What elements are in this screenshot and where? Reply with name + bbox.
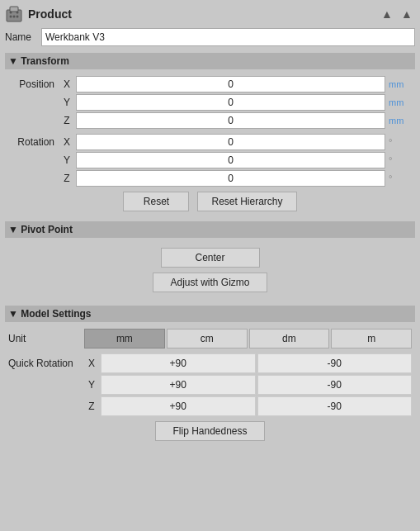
rot-y-unit: ° — [387, 155, 412, 165]
rotation-grid: Rotation X ° Y ° Z ° — [8, 134, 412, 187]
qr-z-pos-button[interactable]: +90 — [101, 396, 256, 416]
unit-row: Unit mm cm dm m — [8, 329, 412, 348]
quick-rotation-grid: Quick Rotation X +90 -90 Y +90 -90 Z +90… — [8, 353, 412, 416]
main-panel: Product ▲ ▲ Name ▼ Transform Position X … — [0, 0, 420, 456]
transform-section-header[interactable]: ▼ Transform — [5, 53, 415, 69]
reset-buttons-row: Reset Reset Hierarchy — [8, 192, 412, 211]
flip-row: Flip Handedness — [8, 421, 412, 441]
position-grid: Position X mm Y mm Z mm — [8, 76, 412, 129]
adjust-gizmo-button[interactable]: Adjust with Gizmo — [153, 273, 267, 292]
position-x-input[interactable] — [76, 76, 385, 92]
name-input[interactable] — [41, 28, 415, 46]
rotation-x-input[interactable] — [76, 134, 385, 150]
pos-z-axis: Z — [59, 115, 74, 126]
quick-rotation-label: Quick Rotation — [8, 358, 83, 369]
flip-handedness-button[interactable]: Flip Handedness — [155, 421, 264, 441]
qr-z-neg-button[interactable]: -90 — [257, 396, 413, 416]
position-label: Position — [8, 78, 58, 90]
rotation-label: Rotation — [8, 136, 58, 148]
qr-x-neg-button[interactable]: -90 — [257, 353, 413, 373]
rotation-z-input[interactable] — [76, 170, 385, 187]
center-button[interactable]: Center — [161, 248, 260, 268]
qr-x-pos-button[interactable]: +90 — [101, 353, 256, 373]
unit-mm-button[interactable]: mm — [84, 329, 165, 348]
pivot-buttons: Center Adjust with Gizmo — [8, 244, 412, 296]
up-icon[interactable]: ▲ — [379, 6, 395, 22]
product-icon — [5, 5, 23, 23]
rot-z-axis: Z — [59, 173, 74, 184]
up2-icon[interactable]: ▲ — [399, 6, 415, 22]
qr-y-neg-button[interactable]: -90 — [257, 375, 413, 395]
model-settings-label: ▼ Model Settings — [8, 308, 92, 320]
svg-point-2 — [10, 12, 12, 14]
model-settings-content: Unit mm cm dm m Quick Rotation X +90 -90… — [5, 327, 415, 446]
pivot-section-content: Center Adjust with Gizmo — [5, 243, 415, 301]
qr-y-pos-button[interactable]: +90 — [101, 375, 256, 395]
rot-x-axis: X — [59, 136, 74, 148]
qr-y-axis: Y — [84, 379, 99, 391]
svg-point-6 — [13, 16, 16, 18]
panel-header-left: Product — [5, 5, 72, 23]
svg-rect-1 — [10, 7, 18, 12]
qr-x-axis: X — [84, 358, 99, 369]
transform-section-label: ▼ Transform — [8, 55, 69, 67]
rot-y-axis: Y — [59, 154, 74, 166]
panel-title: Product — [28, 7, 72, 21]
name-row: Name — [5, 28, 415, 46]
model-settings-header[interactable]: ▼ Model Settings — [5, 306, 415, 322]
pivot-section-label: ▼ Pivot Point — [8, 224, 73, 235]
unit-dm-button[interactable]: dm — [249, 329, 330, 348]
reset-button[interactable]: Reset — [123, 192, 189, 211]
transform-section: ▼ Transform Position X mm Y mm Z mm Rota… — [5, 53, 415, 216]
unit-m-button[interactable]: m — [331, 329, 412, 348]
rot-x-unit: ° — [387, 137, 412, 147]
pos-x-axis: X — [59, 78, 74, 90]
rot-z-unit: ° — [387, 173, 412, 183]
position-y-input[interactable] — [76, 94, 385, 111]
svg-point-5 — [17, 16, 19, 18]
unit-label: Unit — [8, 333, 83, 344]
rotation-y-input[interactable] — [76, 152, 385, 168]
name-label: Name — [5, 31, 36, 43]
pos-x-unit: mm — [387, 79, 412, 89]
header-icons: ▲ ▲ — [379, 6, 415, 22]
qr-z-axis: Z — [84, 401, 99, 412]
svg-point-3 — [17, 12, 19, 14]
pos-y-unit: mm — [387, 97, 412, 107]
pivot-section-header[interactable]: ▼ Pivot Point — [5, 221, 415, 238]
transform-section-content: Position X mm Y mm Z mm Rotation X ° — [5, 74, 415, 216]
pivot-section: ▼ Pivot Point Center Adjust with Gizmo — [5, 221, 415, 301]
unit-cm-button[interactable]: cm — [167, 329, 248, 348]
position-z-input[interactable] — [76, 112, 385, 129]
reset-hierarchy-button[interactable]: Reset Hierarchy — [197, 192, 296, 211]
panel-header: Product ▲ ▲ — [5, 5, 415, 23]
model-settings-section: ▼ Model Settings Unit mm cm dm m Quick R… — [5, 306, 415, 446]
pos-z-unit: mm — [387, 116, 412, 126]
pos-y-axis: Y — [59, 97, 74, 108]
svg-point-4 — [10, 16, 12, 18]
